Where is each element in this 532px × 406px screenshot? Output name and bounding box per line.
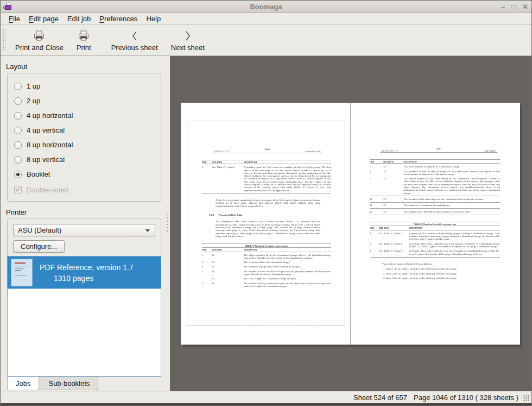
layout-option-booklet[interactable]: Booklet [14,167,156,182]
running-header: APPENDIX F 1046 Linearized PDF [213,149,321,153]
status-text: Sheet 524 of 657 Page 1046 of 1310 ( 328… [353,393,518,402]
close-icon[interactable]: ✕ [522,3,528,10]
layout-option-8up-horizontal[interactable]: 8 up horizontal [14,138,156,152]
maximize-icon[interactable]: □ [511,3,516,10]
job-title: PDF Reference, version 1.7 [40,262,134,273]
table-header-row: ITEM SIZE (BITS) DESCRIPTION [202,160,331,165]
table-row: 2 See Table F.7, item 8 A number that, w… [370,242,500,248]
table-header-row: ITEM SIZE (BITS) DESCRIPTION [370,160,500,164]
radio-icon[interactable] [14,83,22,90]
layout-option-2up[interactable]: 2 up [14,93,156,108]
next-sheet-button[interactable]: Next sheet [164,25,211,55]
toolbar-drag-handle[interactable] [3,29,5,51]
tab-jobs-label: Jobs [16,379,30,388]
table-row: 4 16 The number of bits needed to repres… [202,270,331,276]
table-row: 5 32 The least length of a thumbnail ima… [202,277,331,280]
panel-splitter[interactable] [165,56,170,391]
print-and-close-button[interactable]: Print and Close [9,25,70,55]
menu-file[interactable]: File [4,14,24,24]
radio-icon[interactable] [14,112,22,120]
page-left-current[interactable]: APPENDIX F 1046 Linearized PDF ITEM SIZE… [187,121,345,326]
boomaga-window: Boomaga – □ ✕ File Edit page Edit job Pr… [0,0,532,406]
job-item-selected[interactable]: PDF Reference, version 1.7 1310 pages [8,257,161,289]
printer-icon [33,30,46,41]
table-row: 1 See Table F.7, item 4 (Optional) The n… [370,232,500,241]
job-text: PDF Reference, version 1.7 1310 pages [40,262,134,284]
page-counter: Page 1046 of 1310 ( 328 sheets ) [414,393,518,402]
table-row: 11 32 The number of thumbnail shared obj… [370,202,500,207]
radio-icon[interactable] [14,171,22,178]
radio-icon[interactable] [14,141,22,149]
main-area: Layout 1 up 2 up 4 up horizontal 4 up ve… [1,56,532,391]
layout-section-title: Layout [6,63,165,71]
printer-select[interactable]: ASU (Default) [13,224,155,236]
page-fold-divider [350,103,351,345]
layout-option-label: 4 up horizontal [27,111,73,120]
configure-label: Configure... [21,242,57,251]
tab-jobs[interactable]: Jobs [7,377,39,390]
radio-icon[interactable] [14,156,22,164]
toolbar-separator [101,28,102,52]
jobs-list: PDF Reference, version 1.7 1310 pages [7,256,161,377]
list-item: 2. Item 2 for all pages, in page order s… [383,272,497,274]
running-header: SECTION F.3 1047 Hint Tables [381,149,497,153]
sheet-preview: APPENDIX F 1046 Linearized PDF ITEM SIZE… [181,103,520,345]
layout-option-4up-vertical[interactable]: 4 up vertical [14,123,156,138]
table-row: 3 See Table F.7, item 6 A number that, w… [370,249,500,255]
menu-help[interactable]: Help [142,14,165,24]
radio-icon[interactable] [14,97,22,105]
layout-option-label: 8 up horizontal [27,141,73,149]
menu-edit-job[interactable]: Edit job [63,14,95,24]
layout-option-label: 4 up vertical [27,126,65,134]
printer-icon [77,30,90,41]
radio-icon[interactable] [14,127,22,134]
table-row: 10 32 The location of the first object i… [370,196,500,201]
layout-option-8up-vertical[interactable]: 8 up vertical [14,152,156,167]
table-row: 1 32 The object number of the first thum… [202,253,331,259]
layout-option-label: 2 up [27,97,40,105]
configure-button[interactable]: Configure... [13,240,65,253]
table-row: 2 32 The location of the first thumbnail… [202,261,331,264]
next-sheet-label: Next sheet [171,43,205,52]
minimize-icon[interactable]: – [501,3,505,10]
layout-option-label: Booklet [27,170,50,178]
double-sided-option: Double-sided [14,183,156,197]
titlebar[interactable]: Boomaga – □ ✕ [1,1,531,13]
table-row: 9 32 The object number of the first obje… [370,177,500,195]
menu-edit-page[interactable]: Edit page [24,14,63,24]
tab-sub-booklets-label: Sub-booklets [48,379,90,388]
sheet-counter: Sheet 524 of 657 [353,393,407,402]
table-caption: TABLE F.8 Thumbnail hint table, per-page… [370,222,500,227]
printer-select-value: ASU (Default) [18,226,61,234]
page-left-content: APPENDIX F 1046 Linearized PDF ITEM SIZE… [187,149,345,326]
note-paragraph: Note: In a document consisting of only o… [216,199,320,208]
table-caption: TABLE F.7 Thumbnail hint table, header s… [202,243,331,248]
tab-sub-booklets[interactable]: Sub-booklets [40,377,98,390]
splitter-grip-icon [167,214,168,233]
header-page-number: 1046 [264,148,271,151]
print-button[interactable]: Print [70,25,98,55]
double-sided-label: Double-sided [27,186,68,194]
chevron-right-icon [183,30,192,41]
menu-preferences[interactable]: Preferences [95,14,142,24]
previous-sheet-label: Previous sheet [111,43,158,52]
table-header-row: ITEM SIZE (BITS) DESCRIPTION [370,226,500,230]
preview-area[interactable]: APPENDIX F 1046 Linearized PDF ITEM SIZE… [170,56,532,391]
layout-option-label: 1 up [27,82,40,90]
section-heading: F.3.3 Thumbnail Hint Table [209,214,320,216]
job-thumbnail [11,259,33,286]
header-left: APPENDIX F [214,151,230,153]
printer-section-title: Printer [6,208,165,216]
table-row: 4 See Table F.5, item 5 A number equal t… [202,166,331,192]
page-right[interactable]: SECTION F.3 1047 Hint Tables ITEM SIZE (… [370,121,500,326]
window-bottom-edge [1,403,531,406]
previous-sheet-button[interactable]: Previous sheet [105,25,164,55]
resize-grip[interactable] [523,395,530,402]
layout-option-4up-horizontal[interactable]: 4 up horizontal [14,108,156,123]
layout-option-1up[interactable]: 1 up [14,79,156,93]
table-row: 3 32 The number of pages that have thumb… [202,265,331,268]
order-paragraph: The order of items in Table F.8 is as fo… [382,263,497,265]
window-controls: – □ ✕ [501,1,528,13]
printer-groupbox: ASU (Default) Configure... [7,218,161,259]
list-item: 3. Item 3 for all pages, in page order s… [383,277,497,279]
